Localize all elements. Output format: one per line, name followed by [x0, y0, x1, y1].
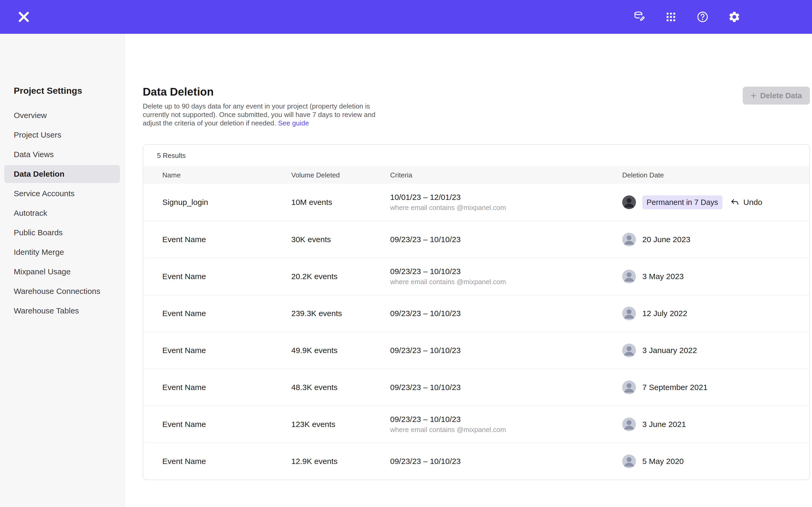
sidebar-item-mixpanel-usage[interactable]: Mixpanel Usage: [4, 263, 120, 281]
table-body: Signup_login 10M events 10/01/23 – 12/01…: [143, 184, 809, 480]
avatar: [622, 417, 636, 431]
row-criteria: 09/23/23 – 10/10/23: [390, 235, 622, 244]
column-header-name: Name: [162, 171, 291, 179]
row-volume: 123K events: [291, 420, 390, 429]
row-volume: 239.3K events: [291, 309, 390, 318]
page-title: Data Deletion: [143, 86, 380, 98]
table-row: Event Name 48.3K events 09/23/23 – 10/10…: [143, 369, 809, 406]
column-header-volume: Volume Deleted: [291, 171, 390, 179]
deletion-date: 7 September 2021: [642, 383, 708, 392]
undo-button[interactable]: Undo: [730, 198, 762, 207]
plus-icon: +: [751, 91, 757, 101]
main-content: Data Deletion Delete up to 90 days data …: [125, 34, 812, 507]
table-row: Event Name 239.3K events 09/23/23 – 10/1…: [143, 295, 809, 332]
topbar-icons: [633, 11, 741, 23]
row-volume: 30K events: [291, 235, 390, 244]
page-description-text: Delete up to 90 days data for any event …: [143, 102, 375, 127]
deletion-date: 3 June 2021: [642, 420, 686, 429]
page-description: Delete up to 90 days data for any event …: [143, 102, 380, 127]
sidebar-item-data-views[interactable]: Data Views: [4, 146, 120, 163]
sidebar-item-service-accounts[interactable]: Service Accounts: [4, 184, 120, 203]
avatar: [622, 233, 636, 246]
avatar: [622, 381, 636, 394]
row-criteria: 09/23/23 – 10/10/23: [390, 267, 622, 276]
page-head: Data Deletion Delete up to 90 days data …: [143, 86, 810, 127]
row-criteria: 09/23/23 – 10/10/23: [390, 309, 622, 318]
row-volume: 49.9K events: [291, 346, 390, 355]
avatar: [622, 454, 636, 468]
sidebar-nav: Overview Project Users Data Views Data D…: [0, 106, 124, 320]
sidebar-item-overview[interactable]: Overview: [4, 106, 120, 124]
row-volume: 12.9K events: [291, 457, 390, 466]
sidebar-item-public-boards[interactable]: Public Boards: [4, 224, 120, 242]
row-criteria: 10/01/23 – 12/01/23: [390, 193, 622, 202]
avatar: [622, 306, 636, 320]
column-header-criteria: Criteria: [390, 171, 622, 179]
row-volume: 20.2K events: [291, 272, 390, 281]
row-volume: 48.3K events: [291, 383, 390, 392]
deletion-date: 3 May 2023: [642, 272, 684, 281]
row-name: Signup_login: [162, 198, 291, 207]
row-criteria: 09/23/23 – 10/10/23: [390, 415, 622, 424]
delete-data-button[interactable]: + Delete Data: [743, 87, 810, 105]
row-criteria: 09/23/23 – 10/10/23: [390, 346, 622, 355]
results-count: 5 Results: [143, 145, 809, 166]
row-name: Event Name: [162, 272, 291, 281]
sidebar-item-data-deletion[interactable]: Data Deletion: [4, 165, 120, 183]
deletion-date: 3 January 2022: [642, 346, 697, 355]
avatar: [622, 195, 636, 209]
sidebar-item-identity-merge[interactable]: Identity Merge: [4, 243, 120, 261]
undo-icon: [730, 198, 740, 207]
deletion-status-badge: Permanent in 7 Days: [642, 195, 722, 209]
row-volume: 10M events: [291, 198, 390, 207]
row-criteria-sub: where email contains @mixpanel.com: [390, 278, 622, 286]
deletion-date: 12 July 2022: [642, 309, 687, 318]
sidebar-item-project-users[interactable]: Project Users: [4, 126, 120, 144]
row-criteria-sub: where email contains @mixpanel.com: [390, 204, 622, 212]
apps-grid-icon[interactable]: [664, 11, 677, 23]
table-row: Signup_login 10M events 10/01/23 – 12/01…: [143, 184, 809, 221]
deletion-date: 5 May 2020: [642, 457, 684, 466]
help-icon[interactable]: [696, 11, 709, 23]
row-name: Event Name: [162, 309, 291, 318]
sidebar: Project Settings Overview Project Users …: [0, 34, 125, 507]
table-row: Event Name 30K events 09/23/23 – 10/10/2…: [143, 221, 809, 258]
deletion-date: 20 June 2023: [642, 235, 691, 244]
row-criteria: 09/23/23 – 10/10/23: [390, 383, 622, 392]
avatar: [622, 270, 636, 283]
sidebar-title: Project Settings: [0, 86, 124, 96]
row-criteria-sub: where email contains @mixpanel.com: [390, 426, 622, 434]
data-management-icon[interactable]: [633, 11, 646, 23]
table-row: Event Name 123K events 09/23/23 – 10/10/…: [143, 406, 809, 443]
mixpanel-logo[interactable]: [17, 10, 31, 24]
row-name: Event Name: [162, 235, 291, 244]
column-header-deletion-date: Deletion Date: [622, 171, 809, 179]
table-row: Event Name 20.2K events 09/23/23 – 10/10…: [143, 258, 809, 295]
sidebar-item-warehouse-tables[interactable]: Warehouse Tables: [4, 302, 120, 320]
table-header: Name Volume Deleted Criteria Deletion Da…: [143, 166, 809, 184]
avatar: [622, 344, 636, 357]
row-name: Event Name: [162, 383, 291, 392]
sidebar-item-warehouse-connections[interactable]: Warehouse Connections: [4, 282, 120, 300]
see-guide-link[interactable]: See guide: [278, 119, 309, 127]
results-card: 5 Results Name Volume Deleted Criteria D…: [143, 144, 810, 480]
table-row: Event Name 12.9K events 09/23/23 – 10/10…: [143, 443, 809, 480]
row-name: Event Name: [162, 457, 291, 466]
row-name: Event Name: [162, 420, 291, 429]
delete-data-button-label: Delete Data: [760, 91, 802, 100]
settings-icon[interactable]: [728, 11, 741, 23]
table-row: Event Name 49.9K events 09/23/23 – 10/10…: [143, 332, 809, 369]
undo-label: Undo: [743, 198, 762, 207]
row-name: Event Name: [162, 346, 291, 355]
topbar: [0, 0, 812, 34]
row-criteria: 09/23/23 – 10/10/23: [390, 457, 622, 466]
sidebar-item-autotrack[interactable]: Autotrack: [4, 204, 120, 222]
